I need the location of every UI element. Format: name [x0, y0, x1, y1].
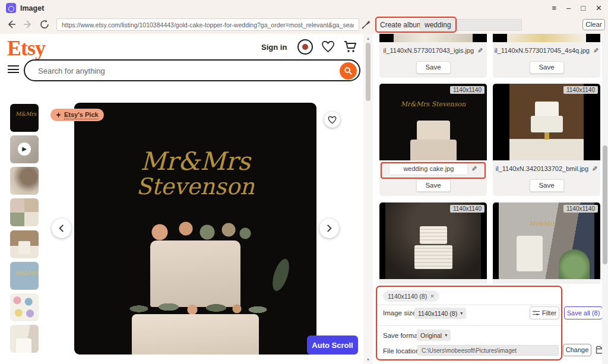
thumbnail-5[interactable]	[10, 230, 39, 258]
refresh-icon[interactable]	[39, 19, 50, 30]
edit-filename-icon[interactable]: ✎	[593, 47, 598, 55]
save-format-label: Save format:	[383, 332, 422, 339]
app-title: Imaget	[20, 4, 44, 12]
search-bar[interactable]: Search for anything	[24, 59, 360, 81]
chevron-right-icon	[326, 224, 332, 232]
edit-filename-icon[interactable]: ✎	[592, 165, 597, 173]
card-3-filename-input[interactable]	[389, 162, 468, 175]
back-icon[interactable]	[6, 19, 17, 30]
save-all-button[interactable]: Save all (8)	[564, 306, 603, 319]
listing-main-image[interactable]: Mr&Mrs Stevenson	[74, 103, 316, 354]
panel-scrollbar-thumb[interactable]	[603, 145, 607, 264]
forward-icon[interactable]	[23, 19, 33, 30]
auto-scroll-button[interactable]: Auto Scroll	[307, 335, 358, 354]
etsys-pick-badge: Etsy's Pick	[50, 109, 104, 121]
resolution-badge: 1140x1140	[563, 205, 598, 213]
favorites-heart-icon[interactable]	[321, 40, 335, 53]
browser-scrollbar[interactable]: ▴ ▾	[363, 34, 373, 364]
card-2-save-button[interactable]: Save	[530, 61, 564, 74]
card-3-save-button[interactable]: Save	[416, 179, 451, 192]
imaget-app-window: Imaget ≡ – □ ✕ Create album: Clear Etsy …	[0, 0, 608, 364]
browser-toolbar: Create album: Clear	[0, 16, 608, 34]
favorite-button[interactable]	[324, 112, 340, 128]
thumbnail-6[interactable]: Mr&Mrs	[10, 262, 39, 290]
thumbnail-1-selected[interactable]: M&Mrs	[10, 104, 39, 132]
filter-button[interactable]: Filter	[530, 306, 559, 319]
pick-star-icon	[56, 112, 61, 118]
search-button[interactable]	[340, 62, 357, 80]
card-3-image[interactable]: Mr&Mrs Stevenson 1140x1140	[379, 84, 487, 160]
card-1-image[interactable]	[379, 34, 487, 42]
panel-scrollbar[interactable]	[602, 34, 608, 364]
card-1-save-button[interactable]: Save	[416, 61, 451, 74]
chevron-down-icon: ▾	[460, 311, 463, 316]
create-album-label: Create album:	[380, 21, 425, 29]
title-bar: Imaget ≡ – □ ✕	[0, 0, 608, 16]
heart-icon	[328, 116, 337, 124]
image-grid-panel: il_1140xN.5773017043_igis.jpg✎ Save il_1…	[373, 34, 608, 364]
save-format-dropdown[interactable]: Original ▾	[417, 330, 451, 341]
chip-close-icon[interactable]: ✕	[430, 293, 435, 299]
resolution-badge: 1140x1140	[563, 86, 598, 94]
chevron-down-icon: ▾	[445, 333, 447, 338]
search-placeholder: Search for anything	[38, 67, 105, 75]
card-2-filename: il_1140xN.5773017045_4s4q.jpg	[495, 47, 590, 54]
thumbnail-2-video[interactable]: ▶	[10, 135, 39, 163]
file-location-label: File location:	[383, 347, 422, 354]
card-4-image[interactable]: 1140x1140	[493, 84, 600, 160]
card-4-filename: il_1140xN.3420133702_bmil.jpg	[496, 165, 588, 172]
play-icon: ▶	[18, 143, 31, 156]
maximize-button[interactable]: □	[581, 4, 585, 12]
search-icon	[344, 67, 353, 75]
chevron-left-icon	[58, 224, 65, 232]
hamburger-menu-icon[interactable]	[8, 65, 19, 73]
thumbnail-8[interactable]	[10, 325, 39, 353]
resolution-badge: 1140x1140	[450, 205, 484, 213]
card-4-save-button[interactable]: Save	[530, 179, 564, 192]
app-menu-icon[interactable]: ≡	[552, 4, 556, 12]
clear-button[interactable]: Clear	[582, 19, 605, 30]
scrollbar-thumb[interactable]	[366, 43, 370, 101]
image-card-2: il_1140xN.5773017045_4s4q.jpg✎ Save	[493, 34, 600, 78]
next-image-button[interactable]	[319, 219, 339, 238]
size-filter-chip[interactable]: 1140x1140 (8) ✕	[383, 290, 439, 302]
edit-filename-icon[interactable]: ✎	[471, 165, 477, 173]
filter-sliders-icon	[533, 310, 540, 316]
thumbnail-4[interactable]	[10, 198, 39, 226]
image-size-label: Image size:	[383, 309, 418, 316]
url-input[interactable]	[56, 18, 359, 31]
resolution-badge: 1140x1140	[450, 86, 484, 94]
close-button[interactable]: ✕	[596, 4, 602, 12]
card-2-image[interactable]	[493, 34, 600, 42]
change-location-button[interactable]: Change	[563, 344, 591, 356]
imaget-logo-icon	[6, 3, 16, 13]
cart-icon[interactable]	[343, 40, 357, 53]
thumbnail-7[interactable]	[10, 293, 39, 321]
cake-topper-text: Mr&Mrs Stevenson	[74, 149, 316, 198]
edit-filename-icon[interactable]: ✎	[477, 47, 483, 55]
image-card-1: il_1140xN.5773017043_igis.jpg✎ Save	[379, 34, 487, 78]
album-name-input[interactable]	[420, 19, 522, 31]
etsy-logo[interactable]: Etsy	[7, 36, 45, 61]
clean-brush-icon[interactable]	[360, 20, 371, 30]
card-1-filename: il_1140xN.5773017043_igis.jpg	[384, 47, 474, 54]
cake-top-tier	[150, 240, 240, 307]
thumbnail-3[interactable]	[10, 167, 39, 195]
sign-in-link[interactable]: Sign in	[261, 43, 287, 52]
image-card-4: 1140x1140 il_1140xN.3420133702_bmil.jpg✎…	[493, 84, 600, 196]
previous-image-button[interactable]	[52, 219, 71, 238]
picker-target-icon[interactable]	[297, 39, 313, 55]
file-location-input[interactable]	[417, 345, 559, 356]
card-6-image[interactable]: Mr&Mrs 1140x1140	[493, 202, 600, 279]
cake-flowers	[136, 219, 255, 243]
etsy-page: Etsy Sign in Search for anything M&Mrs ▶…	[0, 34, 363, 364]
minimize-button[interactable]: –	[566, 4, 571, 12]
scroll-down-icon[interactable]: ▾	[363, 357, 373, 362]
scroll-up-icon[interactable]: ▴	[363, 36, 373, 41]
image-card-3: Mr&Mrs Stevenson 1140x1140 ✎ Save	[379, 84, 487, 196]
cake-bottom-tier	[132, 314, 259, 354]
card-5-image[interactable]: 1140x1140	[379, 202, 487, 279]
image-size-dropdown[interactable]: 1140x1140 (8) ▾	[414, 308, 466, 319]
